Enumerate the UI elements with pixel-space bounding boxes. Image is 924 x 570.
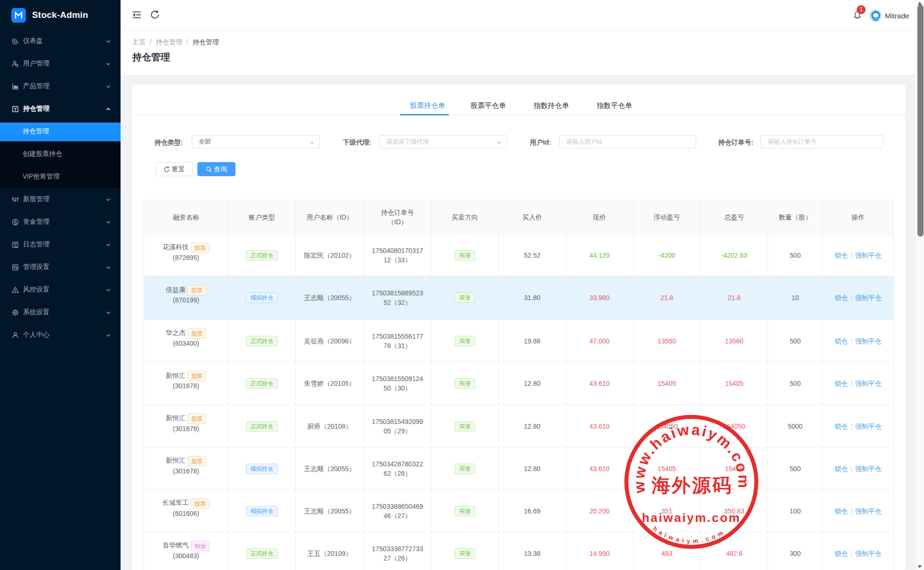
svg-text:海外源码: 海外源码 — [651, 475, 733, 496]
svg-text:haiwaiym.com: haiwaiym.com — [642, 511, 741, 525]
